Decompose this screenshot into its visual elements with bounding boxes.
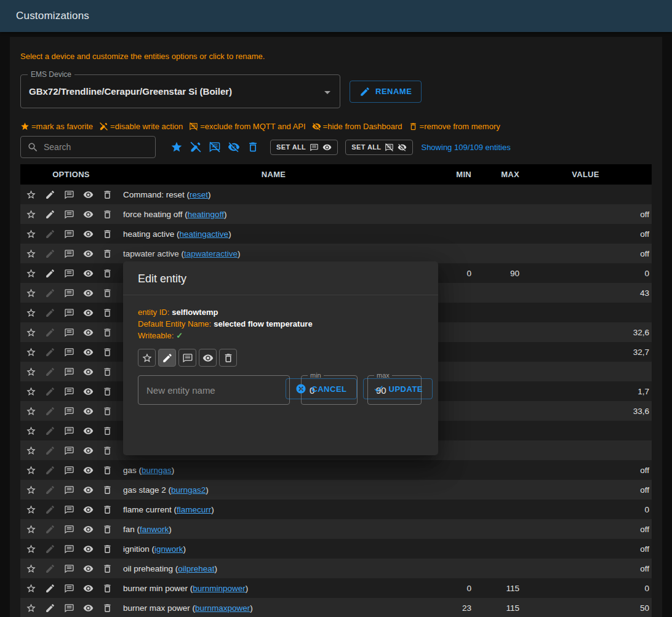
comment-toggle[interactable] <box>64 367 74 377</box>
delete-toggle[interactable] <box>102 504 113 515</box>
star-border-toggle[interactable] <box>26 268 36 279</box>
comment-toggle[interactable] <box>64 485 74 495</box>
eye-toggle[interactable] <box>83 465 94 476</box>
comment-toggle[interactable] <box>64 426 74 436</box>
comment-toggle[interactable] <box>64 229 74 239</box>
comment-toggle[interactable] <box>64 209 74 220</box>
new-entity-name-input[interactable] <box>138 376 289 404</box>
edit-toggle[interactable] <box>45 426 55 436</box>
comment-toggle[interactable] <box>64 308 74 318</box>
cancel-button[interactable]: CANCEL <box>286 378 356 399</box>
star-border-toggle[interactable] <box>26 327 36 338</box>
edit-toggle[interactable] <box>158 349 176 367</box>
eye-toggle[interactable] <box>83 327 94 338</box>
entity-link[interactable]: heatingoff <box>188 210 224 219</box>
delete-toggle[interactable] <box>102 563 113 574</box>
entity-link[interactable]: flamecurr <box>177 505 211 514</box>
comment-toggle[interactable] <box>64 445 74 456</box>
star-border-toggle[interactable] <box>26 583 36 594</box>
eye-toggle[interactable] <box>83 308 94 318</box>
edit-toggle[interactable] <box>45 583 55 594</box>
comment-toggle[interactable] <box>64 406 74 416</box>
star-border-toggle[interactable] <box>26 288 36 298</box>
entity-link[interactable]: burngas <box>142 466 172 475</box>
delete-toggle[interactable] <box>102 465 113 476</box>
star-border-toggle[interactable] <box>26 229 36 239</box>
eye-off-filter-button[interactable] <box>228 141 240 153</box>
eye-toggle[interactable] <box>83 524 94 535</box>
entity-link[interactable]: burnminpower <box>193 584 246 593</box>
eye-toggle[interactable] <box>83 544 94 554</box>
star-filter-button[interactable] <box>170 141 183 153</box>
star-border-toggle[interactable] <box>26 504 36 515</box>
edit-toggle[interactable] <box>45 524 55 535</box>
eye-toggle[interactable] <box>83 288 94 298</box>
star-border-toggle[interactable] <box>26 209 36 220</box>
star-border-toggle[interactable] <box>26 445 36 456</box>
edit-toggle[interactable] <box>45 544 55 554</box>
star-border-toggle[interactable] <box>26 524 36 535</box>
delete-toggle[interactable] <box>102 249 113 259</box>
eye-toggle[interactable] <box>83 189 94 200</box>
comment-toggle[interactable] <box>64 189 74 200</box>
delete-toggle[interactable] <box>102 209 113 220</box>
eye-toggle[interactable] <box>83 563 94 574</box>
ems-device-select[interactable]: EMS Device GBx72/Trendline/Cerapur/Green… <box>20 74 340 108</box>
set-all-button-1[interactable]: SET ALL <box>270 140 338 155</box>
entity-link[interactable]: oilpreheat <box>178 564 214 573</box>
star-border-toggle[interactable] <box>26 189 36 200</box>
comment-toggle[interactable] <box>64 583 74 594</box>
edit-toggle[interactable] <box>45 406 55 416</box>
eye-toggle[interactable] <box>83 209 94 220</box>
delete-filter-button[interactable] <box>247 141 259 153</box>
delete-toggle[interactable] <box>102 603 113 613</box>
edit-toggle[interactable] <box>45 268 55 279</box>
star-border-toggle[interactable] <box>26 367 36 377</box>
star-border-toggle[interactable] <box>26 603 36 613</box>
comment-toggle[interactable] <box>64 327 74 338</box>
delete-toggle[interactable] <box>102 288 113 298</box>
eye-toggle[interactable] <box>199 349 217 367</box>
delete-toggle[interactable] <box>102 524 113 535</box>
star-border-toggle[interactable] <box>26 563 36 574</box>
eye-toggle[interactable] <box>83 445 94 456</box>
delete-toggle[interactable] <box>102 485 113 495</box>
comment-toggle[interactable] <box>64 249 74 259</box>
edit-toggle[interactable] <box>45 229 55 239</box>
entity-link[interactable]: heatingactive <box>180 229 229 239</box>
entity-link[interactable]: ignwork <box>154 544 183 554</box>
eye-toggle[interactable] <box>83 603 94 613</box>
eye-toggle[interactable] <box>83 485 94 495</box>
star-border-toggle[interactable] <box>26 485 36 495</box>
edit-toggle[interactable] <box>45 465 55 476</box>
delete-toggle[interactable] <box>219 349 237 367</box>
star-border-toggle[interactable] <box>26 249 36 259</box>
star-border-toggle[interactable] <box>26 347 36 357</box>
star-border-toggle[interactable] <box>26 406 36 416</box>
edit-toggle[interactable] <box>45 563 55 574</box>
entity-link[interactable]: burnmaxpower <box>195 603 250 613</box>
eye-toggle[interactable] <box>83 268 94 279</box>
eye-toggle[interactable] <box>83 347 94 357</box>
eye-toggle[interactable] <box>83 426 94 436</box>
comment-toggle[interactable] <box>64 544 74 554</box>
comment-toggle[interactable] <box>64 563 74 574</box>
rename-button[interactable]: RENAME <box>350 81 422 103</box>
delete-toggle[interactable] <box>102 229 113 239</box>
delete-toggle[interactable] <box>102 583 113 594</box>
delete-toggle[interactable] <box>102 347 113 357</box>
entity-link[interactable]: reset <box>190 190 208 199</box>
star-border-toggle[interactable] <box>138 349 156 367</box>
comment-toggle[interactable] <box>64 347 74 357</box>
delete-toggle[interactable] <box>102 327 113 338</box>
comment-toggle[interactable] <box>64 465 74 476</box>
delete-toggle[interactable] <box>102 308 113 318</box>
edit-toggle[interactable] <box>45 485 55 495</box>
delete-toggle[interactable] <box>102 386 113 397</box>
delete-toggle[interactable] <box>102 268 113 279</box>
edit-toggle[interactable] <box>45 249 55 259</box>
eye-toggle[interactable] <box>83 249 94 259</box>
comment-off-filter-button[interactable] <box>209 141 221 153</box>
edit-toggle[interactable] <box>45 327 55 338</box>
comment-toggle[interactable] <box>64 524 74 535</box>
